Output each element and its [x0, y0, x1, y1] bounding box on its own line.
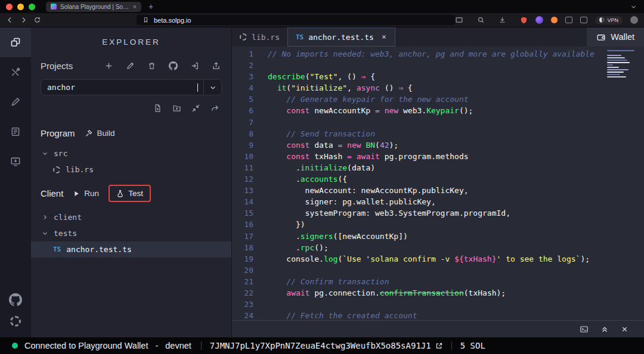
sidebar-toggle-icon[interactable] [565, 17, 572, 23]
status-separator [451, 341, 452, 350]
tab-anchor-test-ts[interactable]: TS anchor.test.ts [287, 27, 395, 46]
client-section: Client Run Test [31, 178, 231, 209]
close-tab-icon[interactable]: × [133, 4, 137, 10]
terminal-icon[interactable] [580, 325, 589, 334]
chevron-down-icon [42, 230, 48, 237]
program-label: Program [41, 128, 75, 138]
sidebar-item-tutorials[interactable] [0, 117, 31, 147]
github-import-icon[interactable] [169, 61, 178, 70]
wallet-button[interactable]: Wallet [587, 27, 644, 46]
wallet-address[interactable]: 7JMNJ7pL1y7XpPnN7ZeuaE4ctwg3WeufbX5o85sA… [210, 341, 443, 350]
new-file-icon[interactable] [153, 104, 162, 113]
hammer-icon [85, 129, 93, 138]
chevron-right-icon [42, 214, 48, 221]
tab-lib-rs-label: lib.rs [252, 33, 280, 42]
bookmark-icon[interactable] [143, 17, 149, 23]
test-label: Test [128, 189, 143, 198]
minimap[interactable] [607, 50, 636, 77]
file-lib-rs[interactable]: lib.rs [31, 162, 231, 178]
code-editor[interactable]: 1// No imports needed: web3, anchor, pg … [232, 46, 644, 320]
cluster-name[interactable]: devnet [165, 341, 191, 350]
chevron-down-icon[interactable] [203, 80, 221, 95]
share-icon[interactable] [210, 104, 219, 113]
app-body: EXPLORER Projects [0, 27, 644, 337]
projects-actions [104, 61, 221, 70]
import-project-icon[interactable] [190, 61, 199, 70]
browser-tab[interactable]: Solana Playground | Solana ID × [46, 2, 141, 12]
back-icon[interactable] [6, 16, 14, 24]
close-window-button[interactable] [6, 4, 13, 10]
folder-client[interactable]: client [31, 209, 231, 225]
browser-tab-strip: Solana Playground | Solana ID × + [0, 0, 644, 13]
external-link-icon[interactable] [435, 342, 443, 350]
reload-icon[interactable] [33, 16, 41, 24]
project-select[interactable]: anchor [41, 79, 222, 95]
explorer-panel: EXPLORER Projects [31, 27, 231, 337]
file-anchor-test-ts[interactable]: TS anchor.test.ts [31, 241, 231, 257]
new-tab-button[interactable]: + [148, 2, 153, 11]
cast-icon[interactable] [455, 16, 463, 24]
folder-tests-label: tests [54, 229, 77, 238]
typescript-icon: TS [53, 246, 61, 253]
close-tab-icon[interactable] [381, 34, 387, 40]
terminal-bar [232, 320, 644, 337]
adblock-shield-icon[interactable] [520, 16, 528, 24]
typescript-icon: TS [296, 33, 304, 41]
profile-avatar[interactable] [630, 16, 638, 24]
program-section: Program Build [31, 121, 231, 145]
minimize-window-button[interactable] [17, 4, 24, 10]
vpn-badge[interactable]: VPN [595, 16, 623, 24]
new-folder-icon[interactable] [172, 104, 181, 113]
status-separator [201, 341, 202, 350]
window-controls [0, 4, 42, 10]
download-icon[interactable] [499, 16, 506, 24]
forward-icon[interactable] [20, 16, 27, 24]
test-button[interactable]: Test [109, 185, 151, 202]
rename-project-icon[interactable] [126, 61, 135, 70]
run-button[interactable]: Run [73, 189, 99, 198]
extension-purple-icon[interactable] [535, 16, 543, 24]
delete-project-icon[interactable] [147, 61, 156, 70]
status-bar: Connected to Playground Wallet - devnet … [0, 337, 644, 354]
wallet-label: Wallet [611, 32, 634, 42]
zoom-window-button[interactable] [29, 4, 35, 10]
address-bar[interactable]: beta.solpg.io [137, 15, 455, 25]
activity-bar-bottom [0, 293, 31, 337]
browser-window: Solana Playground | Solana ID × + beta.s… [0, 0, 644, 354]
connection-status-dot [12, 343, 18, 349]
folder-src[interactable]: src [31, 145, 231, 162]
maximize-panel-icon[interactable] [600, 325, 609, 333]
new-project-icon[interactable] [104, 61, 113, 70]
editor-area: lib.rs TS anchor.test.ts Wallet [231, 27, 644, 337]
zoom-icon[interactable] [477, 16, 485, 24]
rust-icon [240, 33, 247, 41]
folder-src-label: src [54, 149, 67, 158]
github-icon[interactable] [9, 293, 22, 306]
folder-tests[interactable]: tests [31, 225, 231, 241]
tab-lib-rs[interactable]: lib.rs [232, 27, 287, 46]
sidebar-item-explorer[interactable] [0, 27, 31, 57]
tab-anchor-test-ts-label: anchor.test.ts [308, 33, 374, 42]
connection-status-text[interactable]: Connected to Playground Wallet [24, 341, 148, 350]
split-view-icon[interactable] [580, 17, 587, 23]
settings-gear-icon[interactable] [10, 316, 21, 327]
rust-icon [53, 166, 60, 173]
wallet-balance[interactable]: 5 SOL [460, 341, 485, 350]
tutorials-icon [10, 126, 21, 137]
tab-overview-icon[interactable] [630, 4, 644, 10]
build-button[interactable]: Build [85, 129, 115, 138]
export-project-icon[interactable] [212, 61, 221, 70]
pen-icon [10, 97, 21, 107]
extension-orange-icon[interactable] [551, 17, 558, 23]
activity-bar [0, 27, 31, 337]
browser-tab-title: Solana Playground | Solana ID [60, 4, 129, 10]
sidebar-item-build-deploy[interactable] [0, 57, 31, 87]
explorer-icon [10, 37, 21, 48]
sidebar-item-test[interactable] [0, 87, 31, 117]
sidebar-item-programs[interactable] [0, 147, 31, 176]
build-label: Build [97, 129, 115, 138]
collapse-all-icon[interactable] [191, 104, 200, 113]
project-select-value: anchor [47, 83, 75, 92]
close-panel-icon[interactable] [621, 325, 628, 333]
status-dash: - [155, 341, 158, 350]
